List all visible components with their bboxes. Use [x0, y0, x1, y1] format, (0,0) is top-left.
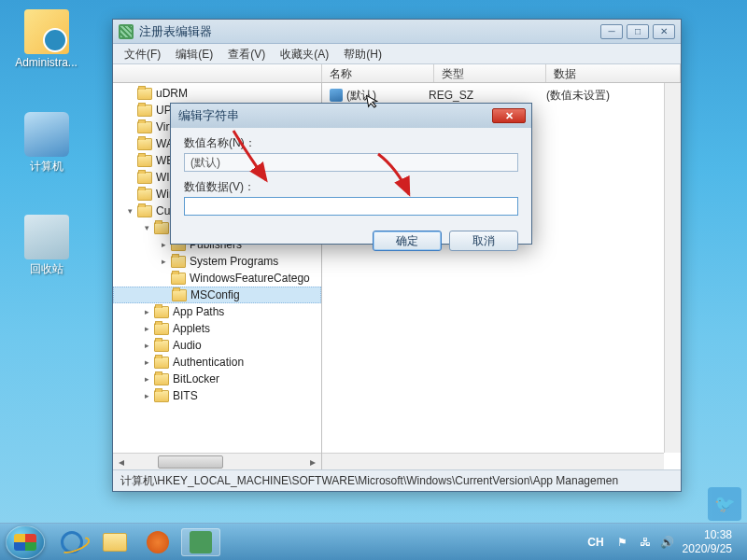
scroll-thumb[interactable]	[158, 455, 223, 469]
tree-horizontal-scrollbar[interactable]: ◂ ▸	[113, 453, 321, 469]
expand-icon	[124, 138, 135, 149]
value-name: (默认)	[346, 88, 376, 104]
taskbar-explorer[interactable]	[95, 528, 134, 556]
tray-network-icon[interactable]: 🖧	[638, 535, 653, 550]
folder-icon	[154, 357, 169, 369]
folder-icon	[137, 88, 152, 100]
list-row[interactable]: (默认) REG_SZ (数值未设置)	[330, 87, 673, 104]
tree-node-label: MSConfig	[190, 288, 240, 301]
tree-node-label: Authentication	[173, 356, 244, 369]
value-data-input[interactable]	[184, 197, 518, 216]
value-name-label: 数值名称(N)：	[184, 135, 518, 151]
folder-icon	[154, 373, 169, 385]
tree-node[interactable]: MSConfig	[113, 287, 321, 303]
tree-node[interactable]: ▸BITS	[113, 387, 321, 404]
minimize-button[interactable]: ─	[600, 24, 623, 39]
value-name-input[interactable]	[184, 153, 518, 172]
menu-view[interactable]: 查看(V)	[220, 44, 273, 63]
language-indicator[interactable]: CH	[584, 535, 607, 550]
column-data[interactable]: 数据	[546, 64, 681, 82]
folder-icon	[154, 323, 169, 335]
tree-node[interactable]: ▸Audio	[113, 337, 321, 354]
expand-icon	[159, 289, 170, 301]
menu-favorites[interactable]: 收藏夹(A)	[273, 44, 336, 63]
cancel-button[interactable]: 取消	[449, 231, 518, 251]
tree-node-label: BITS	[173, 389, 198, 402]
tree-header-gap	[113, 64, 322, 82]
tree-node[interactable]: WindowsFeatureCatego	[113, 270, 321, 287]
column-type[interactable]: 类型	[434, 64, 546, 82]
tree-node[interactable]: ▸Authentication	[113, 354, 321, 371]
desktop-icon-recycle-bin[interactable]: 回收站	[11, 215, 81, 277]
tree-node-label: uDRM	[156, 87, 188, 100]
scroll-left-arrow-icon[interactable]: ◂	[113, 455, 130, 469]
folder-icon	[154, 340, 169, 352]
expand-icon[interactable]: ▸	[141, 306, 152, 317]
window-title: 注册表编辑器	[139, 23, 600, 40]
tree-node[interactable]: ▸App Paths	[113, 303, 321, 320]
tree-node[interactable]: uDRM	[113, 85, 321, 102]
user-folder-icon	[24, 9, 69, 54]
menubar: 文件(F) 编辑(E) 查看(V) 收藏夹(A) 帮助(H)	[113, 44, 681, 64]
clock-time: 10:38	[683, 528, 732, 541]
folder-icon	[137, 189, 152, 201]
maximize-button[interactable]: □	[627, 24, 649, 39]
tree-node-label: WindowsFeatureCatego	[190, 272, 310, 285]
folder-icon	[171, 256, 186, 268]
ok-button[interactable]: 确定	[373, 231, 442, 251]
folder-icon	[154, 306, 169, 318]
folder-icon	[137, 205, 152, 217]
tree-node-label: BitLocker	[173, 372, 219, 385]
scroll-right-arrow-icon[interactable]: ▸	[304, 455, 321, 469]
list-horizontal-scrollbar[interactable]	[322, 453, 664, 469]
tree-node[interactable]: ▸Applets	[113, 320, 321, 337]
desktop-icon-administrator[interactable]: Administra...	[11, 9, 81, 69]
titlebar[interactable]: 注册表编辑器 ─ □ ✕	[113, 20, 681, 44]
tray-clock[interactable]: 10:38 2020/9/25	[683, 528, 732, 555]
column-headers: 名称 类型 数据	[113, 64, 681, 83]
ie-icon	[61, 531, 83, 553]
list-vertical-scrollbar[interactable]	[664, 83, 681, 453]
tray-flag-icon[interactable]: ⚑	[615, 535, 630, 550]
regedit-window: 注册表编辑器 ─ □ ✕ 文件(F) 编辑(E) 查看(V) 收藏夹(A) 帮助…	[112, 19, 682, 492]
dialog-titlebar[interactable]: 编辑字符串 ✕	[171, 104, 531, 128]
folder-icon	[137, 172, 152, 184]
tree-node-label: App Paths	[173, 305, 224, 318]
menu-help[interactable]: 帮助(H)	[336, 44, 389, 63]
expand-icon[interactable]: ▸	[158, 239, 169, 250]
expand-icon[interactable]: ▸	[141, 340, 152, 351]
taskbar-wmp[interactable]	[138, 528, 177, 556]
taskbar-ie[interactable]	[52, 528, 92, 556]
expand-icon[interactable]: ▸	[141, 357, 152, 368]
expand-icon[interactable]: ▾	[141, 222, 152, 233]
folder-icon	[137, 105, 152, 117]
menu-file[interactable]: 文件(F)	[117, 44, 168, 63]
menu-edit[interactable]: 编辑(E)	[168, 44, 220, 63]
tray-volume-icon[interactable]: 🔊	[660, 535, 675, 550]
folder-icon	[171, 273, 186, 285]
desktop-icon-computer[interactable]: 计算机	[11, 112, 81, 175]
expand-icon	[124, 121, 135, 133]
expand-icon[interactable]: ▸	[141, 323, 152, 334]
edit-string-dialog: 编辑字符串 ✕ 数值名称(N)： 数值数据(V)： 确定 取消	[170, 103, 532, 245]
tree-node[interactable]: ▸System Programs	[113, 253, 321, 270]
watermark: 🐦	[708, 487, 741, 521]
start-button[interactable]	[6, 525, 45, 559]
expand-icon[interactable]: ▸	[141, 390, 152, 401]
clock-date: 2020/9/25	[683, 542, 732, 555]
close-button[interactable]: ✕	[653, 24, 675, 39]
column-name[interactable]: 名称	[322, 64, 434, 82]
taskbar-regedit[interactable]	[181, 528, 220, 556]
dialog-close-button[interactable]: ✕	[492, 108, 526, 123]
folder-icon	[172, 289, 187, 301]
folder-icon	[154, 222, 169, 234]
expand-icon[interactable]: ▸	[141, 373, 152, 385]
tree-node-label: Audio	[173, 339, 202, 352]
expand-icon[interactable]: ▾	[124, 205, 135, 217]
dialog-title: 编辑字符串	[176, 107, 492, 124]
expand-icon	[124, 189, 135, 200]
tree-node[interactable]: ▸BitLocker	[113, 371, 321, 387]
value-data-label: 数值数据(V)：	[184, 179, 518, 195]
desktop-icon-label: 回收站	[11, 261, 81, 277]
expand-icon[interactable]: ▸	[158, 256, 169, 267]
